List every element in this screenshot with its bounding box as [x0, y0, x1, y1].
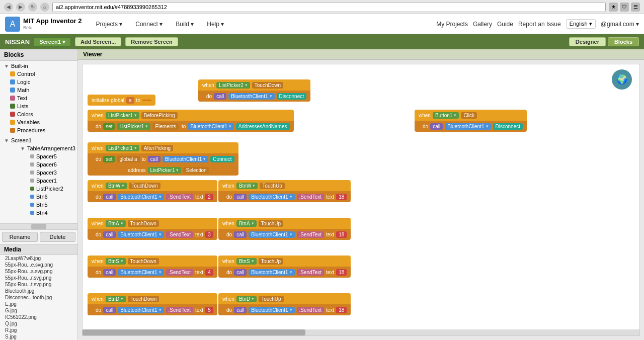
block-btns-touchup[interactable]: when BtnS ▾ TouchUp do call BluetoothCli… [218, 256, 351, 278]
viewer-canvas[interactable]: initialize global a to when ListPicker2 … [82, 64, 640, 336]
top-nav: A MIT App Inventor 2 Beta Projects ▾ Con… [0, 14, 644, 34]
viewer: Viewer initialize global a to when [78, 49, 644, 340]
block-btns-touchdown[interactable]: when BtnS ▾ TouchDown do call BluetoothC… [88, 256, 217, 278]
delete-btn[interactable]: Delete [40, 232, 75, 242]
media-item-7[interactable]: E.jpg [0, 301, 77, 307]
sidebar-scrollbar[interactable] [0, 223, 77, 229]
media-item-0[interactable]: 2LaspW7w8.jpg [0, 255, 77, 262]
media-item-8[interactable]: G.jpg [0, 307, 77, 314]
bookmark-icon: ★ [609, 3, 618, 12]
media-item-1[interactable]: 55px-Rou...e.svg.png [0, 262, 77, 268]
sidebar-item-colors[interactable]: Colors [0, 110, 77, 118]
shield-icon: 🛡 [620, 3, 629, 12]
media-item-10[interactable]: Q.jpg [0, 320, 77, 327]
media-item-5[interactable]: Bluetooth.jpg [0, 288, 77, 294]
blocks-btn[interactable]: Blocks [608, 37, 639, 46]
url-bar[interactable] [52, 2, 606, 12]
app-logo: A [5, 17, 20, 32]
main-area: Blocks ▼ Built-in Control Logic Math [0, 49, 644, 340]
sidebar-item-logic[interactable]: Logic [0, 78, 77, 86]
sidebar-item-spacer3[interactable]: Spacer3 [15, 168, 77, 177]
media-item-4[interactable]: 55px-Rou...t.svg.png [0, 281, 77, 288]
builtin-header[interactable]: ▼ Built-in [0, 62, 77, 70]
block-init-global[interactable]: initialize global a to [88, 95, 155, 106]
block-btnw-touchup[interactable]: when BtnW ▾ TouchUp do call BluetoothCli… [218, 180, 351, 202]
remove-screen-btn[interactable]: Remove Screen [125, 37, 178, 46]
sidebar-item-variables[interactable]: Variables [0, 118, 77, 126]
block-btnd-touchdown[interactable]: when BtnD ▾ TouchDown do call BluetoothC… [88, 293, 217, 315]
screen-tab[interactable]: Screen1 ▾ [34, 37, 71, 47]
guide-link[interactable]: Guide [497, 21, 513, 28]
block-listpicker1-afterpicking[interactable]: when ListPicker1 ▾ AfterPicking do set g… [88, 142, 238, 176]
sidebar-scroll: ▼ Built-in Control Logic Math Text [0, 61, 77, 223]
block-listpicker1-beforepicking[interactable]: when ListPicker1 ▾ BeforePicking do set … [88, 110, 294, 132]
sidebar-item-control[interactable]: Control [0, 70, 77, 78]
sidebar-item-text[interactable]: Text [0, 94, 77, 102]
forward-btn[interactable]: ▶ [16, 3, 25, 12]
home-btn[interactable]: ⌂ [40, 3, 49, 12]
block-btna-touchup[interactable]: when BtnA ▾ TouchUp do call BluetoothCli… [218, 218, 351, 240]
media-list: 2LaspW7w8.jpg 55px-Rou...e.svg.png 55px-… [0, 255, 77, 340]
sidebar-item-listpicker2[interactable]: ListPicker2 [15, 185, 77, 193]
nav-help[interactable]: Help ▾ [203, 19, 228, 30]
nav-connect[interactable]: Connect ▾ [131, 19, 167, 30]
sidebar-header: Blocks [0, 49, 77, 61]
logo-beta: Beta [23, 25, 82, 30]
media-item-3[interactable]: 55px-Rou...r.svg.png [0, 275, 77, 281]
media-item-11[interactable]: R.jpg [0, 327, 77, 333]
gallery-link[interactable]: Gallery [473, 21, 492, 28]
viewer-header: Viewer [78, 49, 644, 60]
canvas-scrollbar-h[interactable] [83, 329, 639, 335]
block-btnw-touchdown[interactable]: when BtnW ▾ TouchDown do call BluetoothC… [88, 180, 217, 202]
blocks-area: initialize global a to when ListPicker2 … [83, 64, 639, 336]
block-listpicker2-touchdown[interactable]: when ListPicker2 ▾ TouchDown do call Blu… [198, 79, 310, 102]
sidebar-item-spacer5[interactable]: Spacer5 [15, 152, 77, 160]
builtin-section: ▼ Built-in Control Logic Math Text [0, 61, 77, 135]
sidebar-item-tablearr[interactable]: ▼ TableArrangement3 [5, 144, 77, 152]
block-button1-click[interactable]: when Button1 ▾ Click do call BluetoothCl… [415, 110, 527, 132]
user-avatar-icon: 🌍 [612, 69, 632, 90]
screen1-header[interactable]: ▼ Screen1 [0, 136, 77, 144]
block-btna-touchdown[interactable]: when BtnA ▾ TouchDown do call BluetoothC… [88, 218, 217, 240]
sidebar-item-btn6[interactable]: Btn6 [15, 193, 77, 201]
media-item-12[interactable]: S.jpg [0, 333, 77, 340]
screen1-section: ▼ Screen1 ▼ TableArrangement3 Spacer5 [0, 135, 77, 218]
screen1-label: Screen1 [11, 137, 32, 143]
sidebar-item-spacer1[interactable]: Spacer1 [15, 177, 77, 185]
sidebar-footer: Rename Delete [0, 229, 77, 244]
media-item-9[interactable]: IC561022.png [0, 314, 77, 320]
logo-title: MIT App Inventor 2 [23, 18, 82, 25]
media-item-2[interactable]: 55px-Rou...s.svg.png [0, 268, 77, 275]
designer-btn[interactable]: Designer [569, 37, 606, 46]
block-btnd-touchup[interactable]: when BtnD ▾ TouchUp do call BluetoothCli… [218, 293, 351, 315]
lang-selector[interactable]: English ▾ [566, 19, 596, 29]
rename-btn[interactable]: Rename [2, 232, 38, 242]
sidebar-item-lists[interactable]: Lists [0, 102, 77, 110]
sidebar-item-math[interactable]: Math [0, 86, 77, 94]
browser-bar: ◀ ▶ ↻ ⌂ ★ 🛡 ☰ [0, 0, 644, 14]
report-issue-link[interactable]: Report an Issue [518, 21, 561, 28]
media-header: Media [0, 244, 77, 255]
builtin-label: Built-in [11, 63, 28, 69]
logo-area: A MIT App Inventor 2 Beta [5, 17, 82, 32]
menu-icon: ☰ [631, 3, 640, 12]
nav-build[interactable]: Build ▾ [172, 19, 198, 30]
project-bar: NISSAN Screen1 ▾ Add Screen... Remove Sc… [0, 34, 644, 49]
refresh-btn[interactable]: ↻ [28, 3, 37, 12]
add-screen-btn[interactable]: Add Screen... [75, 37, 121, 46]
account-menu[interactable]: @gmail.com ▾ [601, 21, 639, 28]
sidebar: Blocks ▼ Built-in Control Logic Math [0, 49, 78, 340]
nav-projects[interactable]: Projects ▾ [92, 19, 127, 30]
back-btn[interactable]: ◀ [4, 3, 13, 12]
media-panel: Media 2LaspW7w8.jpg 55px-Rou...e.svg.png… [0, 244, 77, 340]
project-name: NISSAN [5, 38, 30, 46]
sidebar-item-spacer6[interactable]: Spacer6 [15, 160, 77, 168]
sidebar-item-btn5[interactable]: Btn5 [15, 201, 77, 209]
sidebar-item-procedures[interactable]: Procedures [0, 126, 77, 134]
sidebar-item-btn4[interactable]: Btn4 [15, 209, 77, 217]
my-projects-link[interactable]: My Projects [436, 21, 468, 28]
media-item-6[interactable]: Disconnec...tooth.jpg [0, 294, 77, 301]
